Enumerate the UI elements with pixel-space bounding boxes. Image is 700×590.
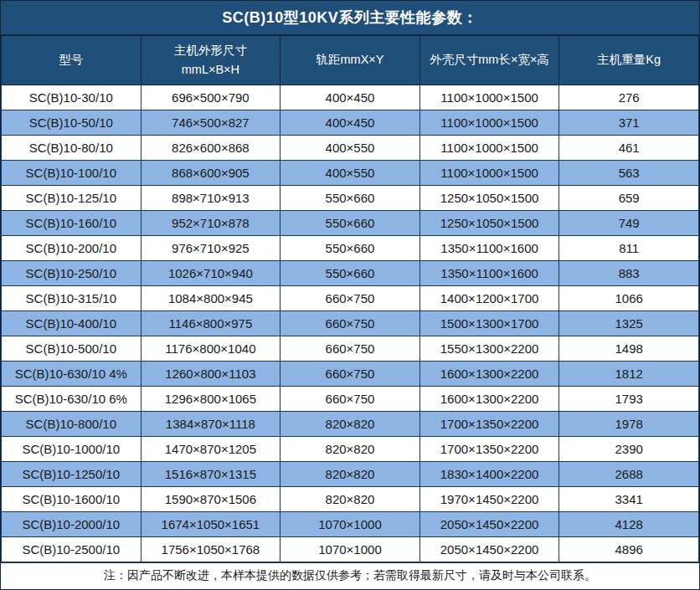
weight-cell: 4128 <box>559 511 699 536</box>
dimensions-cell: 696×500×790 <box>141 85 281 110</box>
shell-cell: 1100×1000×1500 <box>419 85 559 110</box>
footer-note: 注：因产品不断改进，本样本提供的数据仅供参考；若需取得最新尺寸，请及时与本公司联… <box>1 562 699 590</box>
table-header: 型号 主机外形尺寸 mmL×B×H 轨距mmX×Y 外壳尺寸mm长×宽×高 主机… <box>2 36 699 85</box>
gauge-cell: 660×750 <box>281 285 420 310</box>
column-header-dimensions-unit: mmL×B×H <box>142 60 281 80</box>
gauge-cell: 550×660 <box>281 185 420 210</box>
table-row: SC(B)10-80/10 826×600×868 400×550 1100×1… <box>2 135 699 160</box>
gauge-cell: 660×750 <box>281 336 420 361</box>
gauge-cell: 550×660 <box>281 260 420 285</box>
gauge-cell: 820×820 <box>281 436 420 461</box>
column-header-weight-label: 主机重量Kg <box>597 53 661 66</box>
model-cell: SC(B)10-1600/10 <box>2 486 142 511</box>
model-cell: SC(B)10-800/10 <box>2 411 142 436</box>
model-cell: SC(B)10-630/10 6% <box>2 386 142 411</box>
shell-cell: 2050×1450×2200 <box>419 511 559 536</box>
weight-cell: 1066 <box>559 285 699 310</box>
weight-cell: 1498 <box>559 336 699 361</box>
shell-cell: 1830×1400×2200 <box>419 461 559 486</box>
table-row: SC(B)10-200/10 976×710×925 550×660 1350×… <box>2 235 699 260</box>
gauge-cell: 1070×1000 <box>281 511 420 536</box>
dimensions-cell: 746×500×827 <box>141 110 281 135</box>
dimensions-cell: 952×710×878 <box>141 210 281 235</box>
column-header-dimensions: 主机外形尺寸 mmL×B×H <box>141 36 281 85</box>
weight-cell: 371 <box>559 110 699 135</box>
dimensions-cell: 1674×1050×1651 <box>141 511 281 536</box>
table-row: SC(B)10-30/10 696×500×790 400×450 1100×1… <box>2 85 699 110</box>
shell-cell: 1350×1100×1600 <box>419 235 559 260</box>
table-body: SC(B)10-30/10 696×500×790 400×450 1100×1… <box>2 85 699 562</box>
gauge-cell: 400×450 <box>281 110 420 135</box>
gauge-cell: 660×750 <box>281 361 420 386</box>
shell-cell: 1250×1050×1500 <box>419 210 559 235</box>
shell-cell: 1350×1100×1600 <box>419 260 559 285</box>
dimensions-cell: 1470×870×1205 <box>141 436 281 461</box>
gauge-cell: 400×550 <box>281 160 420 185</box>
table-row: SC(B)10-315/10 1084×800×945 660×750 1400… <box>2 285 699 310</box>
dimensions-cell: 1176×800×1040 <box>141 336 281 361</box>
table-row: SC(B)10-400/10 1146×800×975 660×750 1500… <box>2 310 699 336</box>
column-header-shell-label: 外壳尺寸mm长×宽×高 <box>430 53 549 66</box>
shell-cell: 1700×1350×2200 <box>419 411 559 436</box>
table-row: SC(B)10-630/10 6% 1296×800×1065 660×750 … <box>2 386 699 411</box>
dimensions-cell: 1756×1050×1768 <box>141 536 281 562</box>
gauge-cell: 400×550 <box>281 135 420 160</box>
table-row: SC(B)10-1250/10 1516×870×1315 820×820 18… <box>2 461 699 486</box>
shell-cell: 1600×1300×2200 <box>419 361 559 386</box>
table-row: SC(B)10-2000/10 1674×1050×1651 1070×1000… <box>2 511 699 536</box>
dimensions-cell: 1260×800×1103 <box>141 361 281 386</box>
header-row: 型号 主机外形尺寸 mmL×B×H 轨距mmX×Y 外壳尺寸mm长×宽×高 主机… <box>2 36 699 85</box>
table-row: SC(B)10-1000/10 1470×870×1205 820×820 17… <box>2 436 699 461</box>
model-cell: SC(B)10-2500/10 <box>2 536 142 562</box>
weight-cell: 2390 <box>559 436 699 461</box>
model-cell: SC(B)10-125/10 <box>2 185 142 210</box>
table-row: SC(B)10-1600/10 1590×870×1506 820×820 19… <box>2 486 699 511</box>
gauge-cell: 550×660 <box>281 210 420 235</box>
weight-cell: 461 <box>559 135 699 160</box>
model-cell: SC(B)10-500/10 <box>2 336 142 361</box>
gauge-cell: 400×450 <box>281 85 420 110</box>
dimensions-cell: 826×600×868 <box>141 135 281 160</box>
dimensions-cell: 1384×870×1118 <box>141 411 281 436</box>
model-cell: SC(B)10-2000/10 <box>2 511 142 536</box>
shell-cell: 1970×1450×2200 <box>419 486 559 511</box>
model-cell: SC(B)10-50/10 <box>2 110 142 135</box>
model-cell: SC(B)10-160/10 <box>2 210 142 235</box>
dimensions-cell: 1026×710×940 <box>141 260 281 285</box>
table-row: SC(B)10-500/10 1176×800×1040 660×750 155… <box>2 336 699 361</box>
weight-cell: 563 <box>559 160 699 185</box>
gauge-cell: 820×820 <box>281 461 420 486</box>
model-cell: SC(B)10-80/10 <box>2 135 142 160</box>
weight-cell: 1812 <box>559 361 699 386</box>
shell-cell: 1100×1000×1500 <box>419 160 559 185</box>
table-row: SC(B)10-2500/10 1756×1050×1768 1070×1000… <box>2 536 699 562</box>
table-row: SC(B)10-250/10 1026×710×940 550×660 1350… <box>2 260 699 285</box>
column-header-gauge: 轨距mmX×Y <box>281 36 420 85</box>
dimensions-cell: 1516×870×1315 <box>141 461 281 486</box>
weight-cell: 749 <box>559 210 699 235</box>
column-header-dimensions-label: 主机外形尺寸 <box>142 41 281 60</box>
model-cell: SC(B)10-30/10 <box>2 85 142 110</box>
model-cell: SC(B)10-100/10 <box>2 160 142 185</box>
weight-cell: 4896 <box>559 536 699 562</box>
weight-cell: 883 <box>559 260 699 285</box>
shell-cell: 2050×1450×2200 <box>419 536 559 562</box>
shell-cell: 1700×1350×2200 <box>419 436 559 461</box>
gauge-cell: 820×820 <box>281 411 420 436</box>
column-header-weight: 主机重量Kg <box>559 36 699 85</box>
model-cell: SC(B)10-200/10 <box>2 235 142 260</box>
model-cell: SC(B)10-1250/10 <box>2 461 142 486</box>
table-row: SC(B)10-630/10 4% 1260×800×1103 660×750 … <box>2 361 699 386</box>
table-row: SC(B)10-125/10 898×710×913 550×660 1250×… <box>2 185 699 210</box>
weight-cell: 276 <box>559 85 699 110</box>
table-row: SC(B)10-50/10 746×500×827 400×450 1100×1… <box>2 110 699 135</box>
table-row: SC(B)10-800/10 1384×870×1118 820×820 170… <box>2 411 699 436</box>
model-cell: SC(B)10-630/10 4% <box>2 361 142 386</box>
dimensions-cell: 868×600×905 <box>141 160 281 185</box>
gauge-cell: 550×660 <box>281 235 420 260</box>
dimensions-cell: 1146×800×975 <box>141 310 281 336</box>
model-cell: SC(B)10-315/10 <box>2 285 142 310</box>
weight-cell: 1325 <box>559 310 699 336</box>
weight-cell: 659 <box>559 185 699 210</box>
dimensions-cell: 976×710×925 <box>141 235 281 260</box>
